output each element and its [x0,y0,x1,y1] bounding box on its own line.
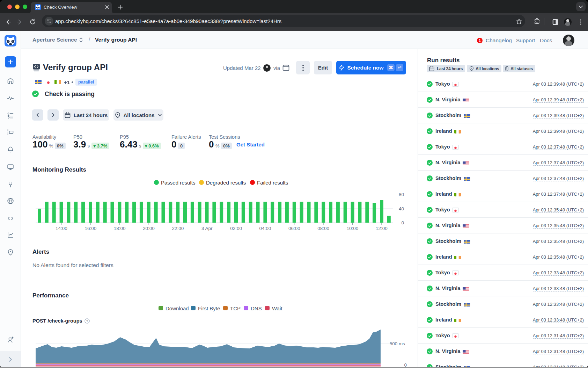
svg-text:16:00: 16:00 [84,226,96,231]
svg-text:08:00: 08:00 [317,226,329,231]
svg-text:12:00: 12:00 [376,226,388,231]
svg-text:80: 80 [399,192,404,197]
svg-text:500 ms: 500 ms [390,341,405,346]
svg-text:0: 0 [404,362,407,367]
svg-text:20:00: 20:00 [143,226,155,231]
svg-text:0: 0 [401,220,404,225]
svg-text:10:00: 10:00 [347,226,359,231]
svg-text:40: 40 [399,206,404,211]
svg-text:06:00: 06:00 [288,226,300,231]
svg-text:18:00: 18:00 [114,226,126,231]
svg-text:04:00: 04:00 [259,226,271,231]
svg-text:22:00: 22:00 [172,226,184,231]
svg-text:3 Apr: 3 Apr [201,226,213,231]
svg-text:14:00: 14:00 [56,226,67,231]
svg-text:?: ? [86,319,88,323]
svg-text:02:00: 02:00 [230,226,242,231]
